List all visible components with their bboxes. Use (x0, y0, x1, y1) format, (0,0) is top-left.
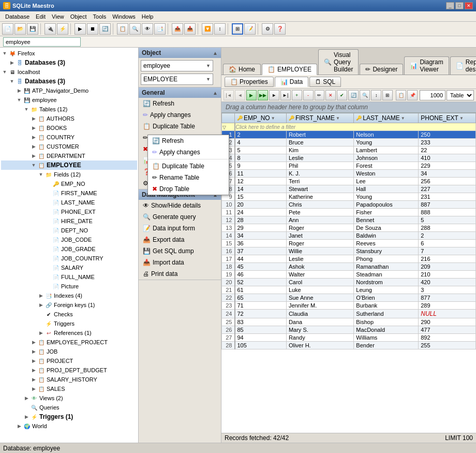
last-name-cell[interactable]: Nelson (354, 131, 419, 139)
first-name-cell[interactable]: Leslie (286, 255, 353, 263)
tree-node-atp[interactable]: ▶ 💾 ATP_Navigator_Demo (1, 86, 137, 95)
toggle-project[interactable]: ▶ (30, 357, 37, 364)
tree-node-tables[interactable]: ▼ 📁 Tables (12) (1, 105, 137, 114)
toggle-views[interactable]: ▶ (23, 394, 30, 402)
nav-paste[interactable]: 📌 (407, 90, 418, 100)
emp-no-cell[interactable]: 29 (235, 224, 287, 232)
toggle-atp[interactable]: ▶ (16, 87, 23, 94)
emp-no-cell[interactable]: 45 (235, 263, 287, 271)
toggle-databases-firefox[interactable]: ▶ (8, 59, 16, 66)
phone-ext-cell[interactable]: 7 (419, 247, 476, 255)
first-name-cell[interactable]: Oliver H. (286, 342, 353, 349)
col-last-name[interactable]: 🔑 LAST_NAME ▼ (354, 113, 419, 123)
toggle-tables[interactable]: ▼ (23, 106, 30, 113)
first-name-cell[interactable]: Roger (286, 240, 353, 247)
tb-table[interactable]: 📋 (117, 23, 128, 35)
last-name-cell[interactable]: MacDonald (354, 326, 419, 334)
tab-designer[interactable]: ✏ Designer (360, 64, 403, 75)
menu-help[interactable]: Help (139, 12, 157, 21)
action-import[interactable]: 📥 Import data (139, 257, 221, 268)
tb-run[interactable]: ▶ (75, 23, 86, 35)
toggle-sales[interactable]: ▶ (30, 385, 37, 392)
emp-no-cell[interactable]: 61 (235, 286, 287, 294)
tree-node-world[interactable]: ▶ 🌍 World (1, 421, 137, 431)
first-name-cell[interactable]: Chris (286, 201, 353, 209)
last-name-cell[interactable]: Steadman (354, 271, 419, 279)
emp-no-cell[interactable]: 5 (235, 147, 287, 154)
tb-index[interactable]: 📑 (154, 23, 166, 35)
first-name-cell[interactable]: Kim (286, 147, 353, 154)
first-name-cell[interactable]: Walter (286, 271, 353, 279)
action-generate-query[interactable]: 🔍 Generate query (139, 211, 221, 223)
toggle-fields[interactable]: ▼ (37, 171, 44, 178)
nav-prev[interactable]: ◄ (235, 90, 245, 100)
tree-node-authors[interactable]: ▶ 📋 AUTHORS (1, 114, 137, 123)
tree-node-databases-firefox[interactable]: ▶ 🗄 Databases (3) (1, 58, 137, 67)
tree-node-dept-no[interactable]: 📄 DEPT_NO (1, 226, 137, 235)
emp-no-cell[interactable]: 71 (235, 302, 287, 310)
emp-no-cell[interactable]: 52 (235, 279, 287, 286)
last-name-cell[interactable]: Lambert (354, 147, 419, 154)
connection-input[interactable] (3, 37, 81, 47)
last-name-cell[interactable]: Young (354, 193, 419, 201)
last-name-cell[interactable]: Papadopoulos (354, 201, 419, 209)
emp-no-cell[interactable]: 85 (235, 326, 287, 334)
toggle-department[interactable]: ▶ (30, 152, 37, 159)
tree-node-triggers-db[interactable]: ▶ ⚡ Triggers (1) (1, 412, 137, 421)
toggle-emp-project[interactable]: ▶ (30, 339, 37, 346)
nav-copy[interactable]: 📋 (396, 90, 406, 100)
emp-no-cell[interactable]: 46 (235, 271, 287, 279)
limit-input[interactable] (420, 90, 445, 100)
phone-ext-cell[interactable]: 231 (419, 193, 476, 201)
emp-no-cell[interactable]: 34 (235, 232, 287, 240)
phone-ext-cell[interactable]: 227 (419, 185, 476, 193)
menu-edit[interactable]: Edit (33, 12, 49, 21)
tb-save[interactable]: 💾 (27, 23, 38, 35)
toggle-world[interactable]: ▶ (16, 422, 23, 430)
action-show-hide[interactable]: 👁 Show/Hide details (139, 200, 221, 211)
first-name-cell[interactable]: Willie (286, 247, 353, 255)
tree-node-full-name[interactable]: 📄 FULL_NAME (1, 272, 137, 282)
emp-no-cell[interactable]: 4 (235, 139, 287, 147)
tb-import[interactable]: 📥 (184, 23, 196, 35)
toggle-foreign-keys[interactable]: ▶ (37, 301, 44, 309)
action-sql-dump[interactable]: 💾 Get SQL dump (139, 245, 221, 257)
ctx-duplicate[interactable]: 📋 Duplicate Table (148, 160, 229, 172)
first-name-cell[interactable]: Bruce (286, 139, 353, 147)
last-name-cell[interactable]: Sutherland (354, 310, 419, 318)
table-dropdown[interactable]: EMPLOYEE ▼ (141, 74, 213, 85)
phone-ext-cell[interactable]: NULL (419, 310, 476, 318)
last-name-cell[interactable]: Stansbury (354, 247, 419, 255)
last-name-sort[interactable]: ▼ (401, 116, 405, 121)
ctx-rename[interactable]: ✏ Rename Table (148, 172, 229, 183)
tree-node-job-grade[interactable]: 📄 JOB_GRADE (1, 244, 137, 254)
emp-no-cell[interactable]: 44 (235, 255, 287, 263)
tree-node-employee-table[interactable]: ▼ 📋 EMPLOYEE (1, 160, 137, 170)
phone-ext-cell[interactable]: 229 (419, 162, 476, 170)
menu-tools[interactable]: Tools (90, 12, 110, 21)
nav-save[interactable]: ✔ (337, 90, 347, 100)
ctx-apply[interactable]: ✏ Apply changes (148, 147, 229, 158)
phone-ext-cell[interactable]: 3 (419, 286, 476, 294)
tree-node-employee-db[interactable]: ▼ 💾 employee (1, 95, 137, 105)
tree-node-last-name[interactable]: 📄 LAST_NAME (1, 198, 137, 207)
last-name-cell[interactable]: Nordstrom (354, 279, 419, 286)
toggle-salary-hist[interactable]: ▶ (30, 376, 37, 383)
phone-ext-cell[interactable]: 5 (419, 216, 476, 224)
action-apply[interactable]: ✏ Apply changes (139, 109, 221, 121)
nav-refresh[interactable]: 🔄 (348, 90, 359, 100)
tree-node-first-name[interactable]: 📄 FIRST_NAME (1, 188, 137, 198)
phone-ext-cell[interactable]: 209 (419, 263, 476, 271)
toggle-employee-db[interactable]: ▼ (16, 96, 23, 104)
emp-no-cell[interactable]: 83 (235, 318, 287, 326)
emp-no-cell[interactable]: 11 (235, 170, 287, 178)
emp-no-cell[interactable]: 2 (235, 131, 287, 139)
nav-next[interactable]: ► (269, 90, 279, 100)
toggle-triggers-db[interactable]: ▶ (23, 413, 30, 420)
tree-node-indexes[interactable]: ▶ 📑 Indexes (4) (1, 291, 137, 300)
toggle-proj-dept[interactable]: ▶ (30, 367, 37, 374)
first-name-cell[interactable]: Ashok (286, 263, 353, 271)
tree-node-triggers-table[interactable]: ⚡ Triggers (1, 319, 137, 328)
phone-ext-cell[interactable]: 233 (419, 139, 476, 147)
last-name-cell[interactable]: Bennet (354, 216, 419, 224)
